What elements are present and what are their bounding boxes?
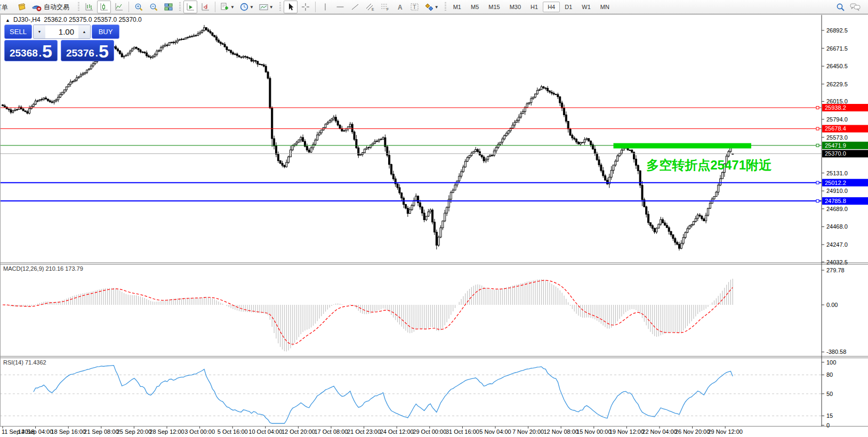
buy-button[interactable]: BUY <box>92 25 119 39</box>
svg-text:25938.2: 25938.2 <box>825 104 846 111</box>
trendline-button[interactable] <box>348 1 362 13</box>
sell-price: 25368 <box>10 48 38 58</box>
chart-shift-button[interactable] <box>198 1 212 13</box>
svg-text:28 Sep 12:00: 28 Sep 12:00 <box>149 428 184 435</box>
svg-text:7 Nov 20:00: 7 Nov 20:00 <box>512 428 544 435</box>
sell-price-box[interactable]: 25368.5 <box>4 40 58 61</box>
svg-text:19 Nov 12:00: 19 Nov 12:00 <box>609 428 644 435</box>
svg-text:F: F <box>387 7 389 11</box>
line-handle[interactable] <box>816 144 819 147</box>
text-label-button[interactable]: T <box>408 1 422 13</box>
indicators-button[interactable]: ▼ <box>218 1 237 13</box>
auto-scroll-button[interactable] <box>183 1 197 13</box>
buy-price-box[interactable]: 25376.5 <box>61 40 114 61</box>
timeframe-D1[interactable]: D1 <box>560 2 577 12</box>
svg-text:15: 15 <box>826 412 833 419</box>
svg-text:26892.5: 26892.5 <box>826 27 848 34</box>
line-handle[interactable] <box>816 107 819 109</box>
timeframe-M15[interactable]: M15 <box>484 2 504 12</box>
journal-icon <box>17 3 26 11</box>
equidistant-channel-icon: E <box>365 3 375 11</box>
svg-text:25 Sep 20:00: 25 Sep 20:00 <box>117 428 151 435</box>
equidistant-channel-button[interactable]: E <box>363 1 377 13</box>
svg-text:25678.4: 25678.4 <box>825 125 846 132</box>
mt4-terminal: 多空转折点25471附近26892.526671.526450.526229.5… <box>0 0 868 437</box>
cursor-icon <box>287 3 294 11</box>
timeframe-H1[interactable]: H1 <box>526 2 543 12</box>
chat-button[interactable] <box>848 1 862 13</box>
templates-button[interactable]: ▼ <box>257 1 276 13</box>
crosshair-button[interactable] <box>299 1 312 13</box>
search-button[interactable] <box>833 1 847 13</box>
order-button[interactable]: 订单 <box>0 2 14 12</box>
timeframe-M1[interactable]: M1 <box>448 2 466 12</box>
text-icon: A <box>396 3 404 11</box>
horizontal-line-button[interactable] <box>333 1 347 13</box>
svg-text:25370.0: 25370.0 <box>825 150 846 157</box>
svg-text:25471.9: 25471.9 <box>825 142 846 149</box>
toolbar-grip[interactable] <box>279 2 281 12</box>
svg-text:29 Nov 12:00: 29 Nov 12:00 <box>708 428 742 435</box>
sell-price-dot: . <box>39 48 42 58</box>
periods-button[interactable]: ▼ <box>238 1 256 13</box>
timeframe-M5[interactable]: M5 <box>466 2 484 12</box>
svg-text:22 Nov 04:00: 22 Nov 04:00 <box>642 428 677 435</box>
collapse-arrow-icon[interactable]: ▲ <box>5 18 10 23</box>
svg-text:24247.0: 24247.0 <box>826 241 848 248</box>
svg-text:25131.0: 25131.0 <box>826 170 848 176</box>
candlestick-chart-button[interactable] <box>97 1 111 13</box>
svg-text:E: E <box>372 7 374 11</box>
svg-text:25794.0: 25794.0 <box>826 116 848 123</box>
arrows-button[interactable]: ▼ <box>423 1 441 13</box>
volume-increase-button[interactable]: ▲ <box>78 25 90 38</box>
svg-text:5 Oct 16:00: 5 Oct 16:00 <box>218 428 248 435</box>
arrows-icon <box>425 3 433 11</box>
timeframe-H4[interactable]: H4 <box>543 2 560 12</box>
chart-shift-icon <box>201 3 210 11</box>
text-button[interactable]: A <box>393 1 407 13</box>
sell-button[interactable]: SELL <box>4 25 32 39</box>
text-label-icon: T <box>410 3 419 11</box>
line-handle[interactable] <box>816 127 819 130</box>
auto-trading-button[interactable]: 自动交易 <box>29 1 74 13</box>
chart-annotation-text[interactable]: 多空转折点25471附近 <box>646 158 772 172</box>
svg-text:26671.5: 26671.5 <box>826 45 848 52</box>
volume-decrease-button[interactable]: ▼ <box>34 25 45 38</box>
supply-zone-rect[interactable] <box>614 143 751 149</box>
journal-icon[interactable] <box>14 1 28 13</box>
one-click-trading-panel: SELL ▼ 1.00 ▲ BUY 25368.5 25376.5 <box>4 25 119 61</box>
chevron-down-icon: ▼ <box>269 5 274 10</box>
tile-windows-button[interactable] <box>162 1 175 13</box>
svg-text:24785.8: 24785.8 <box>825 198 846 204</box>
toolbar-grip[interactable] <box>179 2 181 12</box>
svg-text:12 Nov 08:00: 12 Nov 08:00 <box>543 428 578 435</box>
svg-text:31 Oct 16:00: 31 Oct 16:00 <box>446 428 479 435</box>
line-handle[interactable] <box>816 181 819 184</box>
vertical-line-button[interactable] <box>318 1 332 13</box>
zoom-out-button[interactable] <box>147 1 160 13</box>
zoom-in-button[interactable] <box>132 1 146 13</box>
bar-chart-icon <box>85 3 93 11</box>
timeframe-bar: M1M5M15M30H1H4D1W1MN <box>448 2 614 12</box>
toolbar-grip[interactable] <box>78 2 79 12</box>
toolbar-grip[interactable] <box>445 2 446 12</box>
fibonacci-button[interactable]: F <box>378 1 392 13</box>
bar-chart-button[interactable] <box>82 1 96 13</box>
fibonacci-icon: F <box>380 3 390 11</box>
chart-canvas[interactable]: 多空转折点25471附近26892.526671.526450.526229.5… <box>0 0 868 437</box>
horizontal-line-icon <box>336 3 344 11</box>
svg-text:24 Oct 12:00: 24 Oct 12:00 <box>380 428 414 435</box>
line-handle[interactable] <box>816 200 819 203</box>
timeframe-MN[interactable]: MN <box>596 2 614 12</box>
trendline-icon <box>351 3 359 11</box>
svg-text:80: 80 <box>826 371 833 378</box>
main-toolbar: 订单 自动交易 <box>0 0 868 14</box>
volume-input[interactable]: 1.00 <box>45 25 78 38</box>
svg-text:T: T <box>413 4 416 10</box>
line-chart-button[interactable] <box>112 1 126 13</box>
timeframe-M30[interactable]: M30 <box>505 2 526 12</box>
timeframe-W1[interactable]: W1 <box>577 2 596 12</box>
cursor-button[interactable] <box>284 1 298 13</box>
macd-label: MACD(12,26,9) 210.16 173.79 <box>3 265 83 272</box>
auto-scroll-icon <box>186 3 195 11</box>
